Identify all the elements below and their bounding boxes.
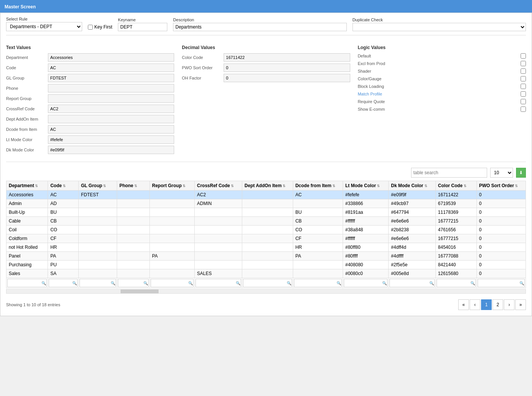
table-header[interactable]: Code [48, 181, 79, 191]
field-input[interactable] [224, 64, 350, 72]
logic-checkbox[interactable] [521, 76, 526, 81]
cell-crossrefcode [195, 226, 242, 234]
column-search-input[interactable] [294, 279, 342, 287]
export-button[interactable]: ⬇ [516, 168, 526, 178]
field-input[interactable] [48, 135, 174, 144]
keyname-input[interactable] [118, 23, 167, 31]
cell-deptaddon [242, 234, 293, 243]
cell-code: CO [48, 226, 79, 234]
cell-pwosortorder: 0 [476, 269, 526, 278]
column-search-input[interactable] [344, 279, 387, 287]
last-page-btn[interactable]: » [515, 299, 526, 310]
logic-checkbox[interactable] [521, 91, 526, 97]
cell-colorcode: 12615680 [435, 269, 476, 278]
horizontal-scrollbar[interactable] [6, 289, 526, 294]
logic-label: Show E-comm [358, 107, 521, 111]
cell-reportgroup [149, 191, 194, 199]
table-header[interactable]: Color Code [435, 181, 476, 191]
column-search-input[interactable] [478, 279, 525, 287]
duplicate-check-dropdown[interactable] [353, 23, 526, 31]
cell-phone [117, 191, 149, 199]
cell-code: BU [48, 208, 79, 217]
cell-glgroup [79, 261, 117, 269]
key-first-checkbox[interactable] [88, 25, 93, 30]
table-header[interactable]: Phone [117, 181, 149, 191]
field-input[interactable] [224, 53, 350, 62]
table-row[interactable]: Admin AD ADMIN #338866 #49cb97 6719539 0 [6, 199, 526, 208]
logic-checkbox[interactable] [521, 68, 526, 74]
field-input[interactable] [48, 84, 174, 92]
table-row[interactable]: Built-Up BU BU #8191aa #647794 11178369 … [6, 208, 526, 217]
table-header[interactable]: Dept AddOn Item [242, 181, 293, 191]
logic-checkbox[interactable] [521, 99, 526, 104]
cell-dkmodecolor: #005e8d [389, 269, 435, 278]
cell-dcodefromitem: CB [293, 217, 343, 226]
table-row[interactable]: Sales SA SALES #0080c0 #005e8d 12615680 … [6, 269, 526, 278]
search-icon: 🔍 [72, 281, 77, 285]
field-input[interactable] [48, 53, 174, 62]
table-row[interactable]: Coldform CF CF #ffffff #e6e6e6 16777215 … [6, 234, 526, 243]
prev-page-btn[interactable]: ‹ [470, 299, 480, 310]
column-search-input[interactable] [195, 279, 241, 287]
table-header[interactable]: Dk Mode Color [389, 181, 435, 191]
column-search-input[interactable] [7, 279, 47, 287]
cell-glgroup [79, 199, 117, 208]
logic-checkbox[interactable] [521, 107, 526, 112]
table-row[interactable]: Coil CO CO #38a848 #2b8238 4761656 0 [6, 226, 526, 234]
cell-colorcode: 6719539 [435, 199, 476, 208]
table-header[interactable]: Report Group [149, 181, 194, 191]
table-header[interactable]: Department [6, 181, 48, 191]
page-size-select[interactable]: 10 25 50 [490, 168, 513, 178]
field-input[interactable] [48, 125, 174, 134]
field-input[interactable] [224, 74, 350, 82]
column-search-input[interactable] [389, 279, 434, 287]
field-input[interactable] [48, 94, 174, 103]
logic-checkbox[interactable] [521, 53, 526, 59]
column-search-input[interactable] [243, 279, 292, 287]
cell-crossrefcode [195, 208, 242, 217]
logic-checkbox[interactable] [521, 84, 526, 89]
cell-ltmodecolor: #408080 [343, 261, 389, 269]
cell-deptaddon [242, 191, 293, 199]
table-header[interactable]: Lt Mode Color [343, 181, 389, 191]
page-1-btn[interactable]: 1 [481, 299, 492, 310]
table-row[interactable]: Cable CB CB #ffffff #e6e6e6 16777215 0 [6, 217, 526, 226]
logic-checkbox[interactable] [521, 61, 526, 66]
cell-pwosortorder: 0 [476, 252, 526, 261]
column-search-input[interactable] [151, 279, 194, 287]
table-header[interactable]: PWO Sort Order [476, 181, 526, 191]
cell-crossrefcode [195, 243, 242, 252]
text-field-row: Lt Mode Color [6, 135, 174, 144]
cell-department: Cable [6, 217, 48, 226]
logic-field-row: Default [358, 53, 526, 59]
field-input[interactable] [48, 64, 174, 72]
table-row[interactable]: Purchasing PU #408080 #2f5e5e 8421440 0 [6, 261, 526, 269]
field-input[interactable] [48, 146, 174, 154]
cell-ltmodecolor: #ffffff [343, 234, 389, 243]
table-header[interactable]: Dcode from Item [293, 181, 343, 191]
cell-crossrefcode [195, 234, 242, 243]
cell-glgroup [79, 234, 117, 243]
select-rule-dropdown[interactable]: Departments - DEPT [6, 22, 82, 31]
field-input[interactable] [48, 105, 174, 113]
table-row[interactable]: not Hot Rolled HR HR #80ff80 #4dff4d 845… [6, 243, 526, 252]
page-2-btn[interactable]: 2 [492, 299, 503, 310]
cell-colorcode: 16777215 [435, 217, 476, 226]
description-input[interactable] [173, 23, 346, 31]
field-input[interactable] [48, 115, 174, 123]
field-label: CrossRef Code [6, 107, 48, 111]
table-row[interactable]: Panel PA PA PA #80ffff #4dffff 16777088 … [6, 252, 526, 261]
first-page-btn[interactable]: « [458, 299, 469, 310]
cell-reportgroup [149, 226, 194, 234]
table-row[interactable]: Accessories AC FDTEST AC2 AC #fefefe #e0… [6, 191, 526, 199]
logic-field-row: Match Profile [358, 91, 526, 97]
table-header[interactable]: CrossRef Code [195, 181, 242, 191]
table-header[interactable]: GL Group [79, 181, 117, 191]
cell-pwosortorder: 0 [476, 191, 526, 199]
field-input[interactable] [48, 74, 174, 82]
cell-phone [117, 243, 149, 252]
field-label: PWO Sort Order [182, 65, 224, 70]
column-search-input[interactable] [437, 279, 476, 287]
next-page-btn[interactable]: › [504, 299, 515, 310]
table-search-input[interactable] [411, 168, 487, 178]
